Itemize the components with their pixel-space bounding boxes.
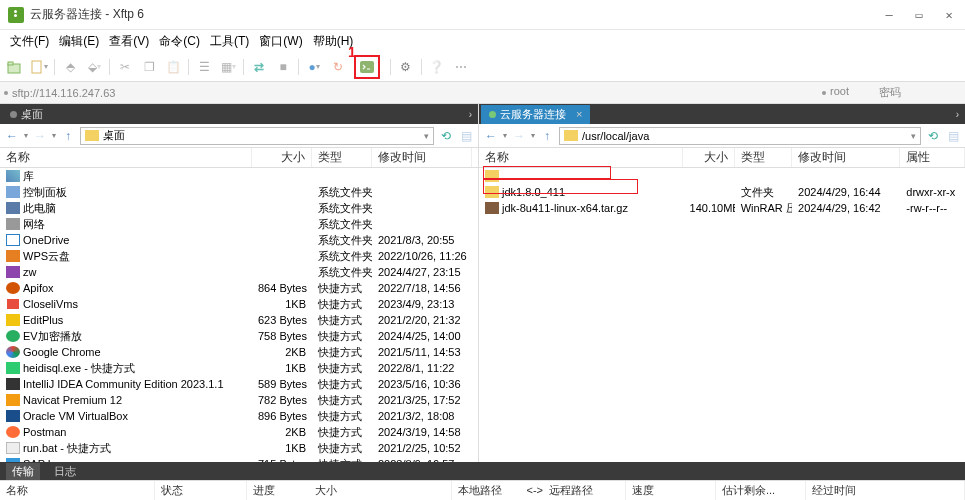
view-icon[interactable]: ▦▾ bbox=[219, 58, 237, 76]
forward-icon[interactable]: → bbox=[32, 128, 48, 144]
local-path-field[interactable]: 桌面▾ bbox=[80, 127, 434, 145]
back-icon[interactable]: ← bbox=[4, 128, 20, 144]
cell-size: 1KB bbox=[252, 442, 312, 454]
col-name[interactable]: 名称 bbox=[0, 148, 252, 167]
local-pane: 桌面 › ←▾ →▾ ↑ 桌面▾ ⟲ ▤ 名称 大小 类型 修改时间 库控制面板… bbox=[0, 104, 479, 462]
copy-icon[interactable]: ❐ bbox=[140, 58, 158, 76]
up-icon[interactable]: ↑ bbox=[539, 128, 555, 144]
menu-edit[interactable]: 编辑(E) bbox=[55, 31, 103, 52]
link-icon[interactable]: ⬘ bbox=[61, 58, 79, 76]
local-tab[interactable]: 桌面 bbox=[2, 105, 73, 124]
menu-view[interactable]: 查看(V) bbox=[105, 31, 153, 52]
remote-tab-chevron-icon[interactable]: › bbox=[950, 109, 965, 120]
table-row[interactable]: Google Chrome2KB快捷方式2021/5/11, 14:53 bbox=[0, 344, 478, 360]
cell-name: Postman bbox=[0, 426, 252, 438]
f-zw-icon bbox=[6, 266, 20, 278]
link2-icon[interactable]: ⬙▾ bbox=[85, 58, 103, 76]
up-icon[interactable]: ↑ bbox=[60, 128, 76, 144]
local-home-icon[interactable]: ▤ bbox=[458, 128, 474, 144]
table-row[interactable]: Postman2KB快捷方式2024/3/19, 14:58 bbox=[0, 424, 478, 440]
cut-icon[interactable]: ✂ bbox=[116, 58, 134, 76]
table-row[interactable]: heidisql.exe - 快捷方式1KB快捷方式2022/8/1, 11:2… bbox=[0, 360, 478, 376]
help-icon[interactable]: ❔ bbox=[428, 58, 446, 76]
dropdown-icon[interactable]: ▾ bbox=[911, 131, 916, 141]
about-icon[interactable]: ⋯ bbox=[452, 58, 470, 76]
table-row[interactable]: 此电脑系统文件夹 bbox=[0, 200, 478, 216]
local-refresh-icon[interactable]: ⟲ bbox=[438, 128, 454, 144]
paste-icon[interactable]: 📋 bbox=[164, 58, 182, 76]
new-file-icon[interactable]: ▾ bbox=[30, 58, 48, 76]
table-row[interactable]: run.bat - 快捷方式1KB快捷方式2021/2/25, 10:52 bbox=[0, 440, 478, 456]
col-type[interactable]: 类型 bbox=[312, 148, 372, 167]
close-button[interactable]: ✕ bbox=[943, 9, 955, 21]
f-ev-icon bbox=[6, 330, 20, 342]
table-row[interactable]: jdk-8u411-linux-x64.tar.gz140.10MBWinRAR… bbox=[479, 200, 965, 216]
back-icon[interactable]: ← bbox=[483, 128, 499, 144]
refresh-icon[interactable]: ●▾ bbox=[305, 58, 323, 76]
terminal-icon[interactable] bbox=[358, 58, 376, 76]
forward-icon[interactable]: → bbox=[511, 128, 527, 144]
cell-name: .. bbox=[479, 170, 684, 182]
col-size[interactable]: 大小 bbox=[252, 148, 312, 167]
menu-window[interactable]: 窗口(W) bbox=[255, 31, 306, 52]
prop-icon[interactable]: ☰ bbox=[195, 58, 213, 76]
table-row[interactable]: Navicat Premium 12782 Bytes快捷方式2021/3/25… bbox=[0, 392, 478, 408]
remote-path-field[interactable]: /usr/local/java▾ bbox=[559, 127, 921, 145]
log-tab[interactable]: 日志 bbox=[48, 463, 82, 480]
table-row[interactable]: Apifox864 Bytes快捷方式2022/7/18, 14:56 bbox=[0, 280, 478, 296]
cell-name: 控制面板 bbox=[0, 185, 252, 200]
remote-home-icon[interactable]: ▤ bbox=[945, 128, 961, 144]
f-jdkdir-icon bbox=[485, 186, 499, 198]
user-label[interactable]: root bbox=[830, 85, 849, 97]
cell-name: heidisql.exe - 快捷方式 bbox=[0, 361, 252, 376]
remote-refresh-icon[interactable]: ⟲ bbox=[925, 128, 941, 144]
table-row[interactable]: CloseliVms1KB快捷方式2023/4/9, 23:13 bbox=[0, 296, 478, 312]
table-row[interactable]: 控制面板系统文件夹 bbox=[0, 184, 478, 200]
col-type[interactable]: 类型 bbox=[735, 148, 792, 167]
new-session-icon[interactable] bbox=[6, 58, 24, 76]
remote-tab[interactable]: 云服务器连接× bbox=[481, 105, 590, 124]
menu-tools[interactable]: 工具(T) bbox=[206, 31, 253, 52]
table-row[interactable]: Oracle VM VirtualBox896 Bytes快捷方式2021/3/… bbox=[0, 408, 478, 424]
cell-mod: 2022/10/26, 11:26 bbox=[372, 250, 472, 262]
address-field[interactable]: sftp://114.116.247.63 bbox=[12, 87, 115, 99]
cell-type: 系统文件夹 bbox=[312, 201, 372, 216]
minimize-button[interactable]: — bbox=[883, 9, 895, 21]
sync-icon[interactable]: ↻ bbox=[329, 58, 347, 76]
col-name[interactable]: 名称 bbox=[479, 148, 683, 167]
col-mod[interactable]: 修改时间 bbox=[372, 148, 472, 167]
svg-rect-2 bbox=[32, 61, 41, 73]
cell-size: 1KB bbox=[252, 362, 312, 374]
local-tab-chevron-icon[interactable]: › bbox=[463, 109, 478, 120]
maximize-button[interactable]: ▭ bbox=[913, 9, 925, 21]
table-row[interactable]: zw系统文件夹2024/4/27, 23:15 bbox=[0, 264, 478, 280]
table-row[interactable]: OneDrive系统文件夹2021/8/3, 20:55 bbox=[0, 232, 478, 248]
transfer-icon[interactable]: ⇄ bbox=[250, 58, 268, 76]
table-row[interactable]: EV加密播放758 Bytes快捷方式2024/4/25, 14:00 bbox=[0, 328, 478, 344]
table-row[interactable]: .. bbox=[479, 168, 965, 184]
cell-name: EV加密播放 bbox=[0, 329, 252, 344]
table-row[interactable]: jdk1.8.0_411文件夹2024/4/29, 16:44drwxr-xr-… bbox=[479, 184, 965, 200]
local-path-text: 桌面 bbox=[103, 128, 125, 143]
tab-close-icon[interactable]: × bbox=[576, 108, 582, 120]
f-edit-icon bbox=[6, 314, 20, 326]
table-row[interactable]: 库 bbox=[0, 168, 478, 184]
app-icon bbox=[8, 7, 24, 23]
cell-mod: 2021/3/25, 17:52 bbox=[372, 394, 472, 406]
col-size[interactable]: 大小 bbox=[683, 148, 734, 167]
table-row[interactable]: WPS云盘系统文件夹2022/10/26, 11:26 bbox=[0, 248, 478, 264]
dropdown-icon[interactable]: ▾ bbox=[424, 131, 429, 141]
menu-file[interactable]: 文件(F) bbox=[6, 31, 53, 52]
table-row[interactable]: EditPlus623 Bytes快捷方式2021/2/20, 21:32 bbox=[0, 312, 478, 328]
settings-icon[interactable]: ⚙ bbox=[397, 58, 415, 76]
table-row[interactable]: 网络系统文件夹 bbox=[0, 216, 478, 232]
transfer-tab[interactable]: 传输 bbox=[6, 463, 40, 480]
cell-type: 系统文件夹 bbox=[312, 233, 372, 248]
table-row[interactable]: IntelliJ IDEA Community Edition 2023.1.1… bbox=[0, 376, 478, 392]
stop-icon[interactable]: ■ bbox=[274, 58, 292, 76]
password-label[interactable]: 密码 bbox=[879, 85, 901, 100]
menu-cmd[interactable]: 命令(C) bbox=[155, 31, 204, 52]
col-mod[interactable]: 修改时间 bbox=[792, 148, 900, 167]
col-attr[interactable]: 属性 bbox=[900, 148, 965, 167]
cell-name: run.bat - 快捷方式 bbox=[0, 441, 252, 456]
